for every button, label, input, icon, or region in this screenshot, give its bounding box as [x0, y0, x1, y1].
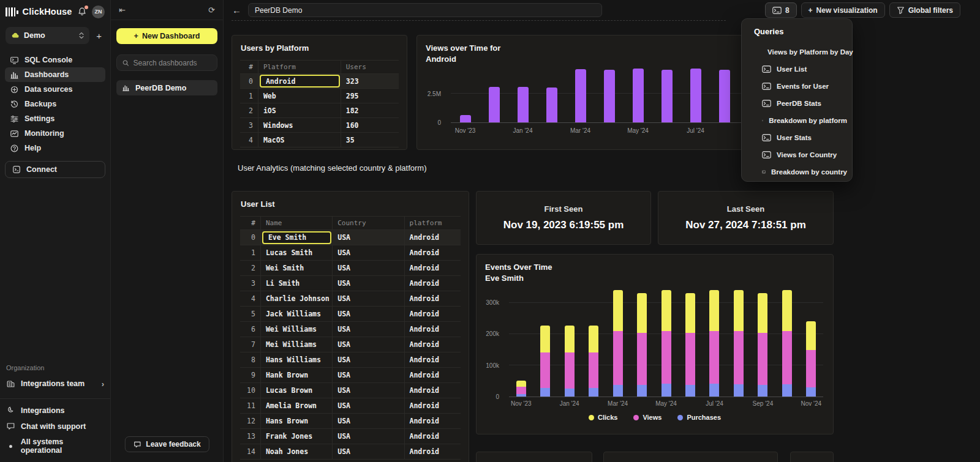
- table-cell[interactable]: USA: [333, 230, 404, 245]
- table-cell[interactable]: USA: [333, 398, 404, 413]
- table-cell[interactable]: Android: [405, 230, 461, 245]
- table-cell[interactable]: Jack Williams: [261, 307, 333, 321]
- table-row[interactable]: 3Li SmithUSAAndroid: [240, 276, 461, 291]
- table-cell[interactable]: 5: [240, 307, 261, 321]
- table-cell[interactable]: Windows: [258, 118, 341, 132]
- table-cell[interactable]: USA: [333, 444, 404, 459]
- sidebar-item-help[interactable]: Help: [5, 141, 105, 155]
- table-cell[interactable]: Android: [405, 307, 461, 321]
- table-cell[interactable]: 7: [240, 337, 261, 352]
- sidebar-item-sql-console[interactable]: SQL Console: [5, 53, 105, 67]
- legend-item[interactable]: Purchases: [677, 414, 721, 421]
- table-cell[interactable]: 0: [240, 74, 258, 88]
- table-row[interactable]: 0Android323: [240, 74, 399, 89]
- table-cell[interactable]: 3: [240, 118, 258, 132]
- table-cell[interactable]: Android: [405, 291, 461, 306]
- table-row[interactable]: 5Jack WilliamsUSAAndroid: [240, 307, 461, 322]
- table-row[interactable]: 6Wei WilliamsUSAAndroid: [240, 322, 461, 337]
- query-item[interactable]: Views for Country: [754, 146, 847, 163]
- query-item[interactable]: PeerDB Stats: [754, 95, 847, 112]
- table-cell[interactable]: USA: [333, 261, 404, 275]
- table-cell[interactable]: 323: [341, 74, 399, 88]
- sidebar-item-monitoring[interactable]: Monitoring: [5, 126, 105, 141]
- table-cell[interactable]: 2: [240, 261, 261, 275]
- query-item[interactable]: Views by Platform by Day: [754, 43, 847, 61]
- sidebar-item-chat-support[interactable]: Chat with support: [6, 422, 104, 431]
- table-cell[interactable]: USA: [333, 368, 404, 382]
- service-selector[interactable]: Demo: [6, 27, 89, 44]
- table-row[interactable]: 4Charlie JohnsonUSAAndroid: [240, 291, 461, 307]
- table-cell[interactable]: USA: [333, 383, 404, 398]
- dashboard-title-input[interactable]: [248, 3, 602, 17]
- table-row[interactable]: 8Hans WilliamsUSAAndroid: [240, 352, 461, 368]
- global-filters-button[interactable]: Global filters: [889, 2, 960, 18]
- connect-button[interactable]: Connect: [5, 161, 105, 178]
- table-cell[interactable]: USA: [333, 414, 404, 428]
- table-cell[interactable]: 4: [240, 291, 261, 306]
- sidebar-item-settings[interactable]: Settings: [5, 111, 105, 126]
- table-cell[interactable]: 6: [240, 322, 261, 337]
- leave-feedback-button[interactable]: Leave feedback: [124, 436, 209, 452]
- table-cell[interactable]: 3: [240, 276, 261, 291]
- table-cell[interactable]: 10: [240, 383, 261, 398]
- table-row[interactable]: 14Noah JonesUSAAndroid: [240, 444, 461, 460]
- table-cell[interactable]: Android: [405, 429, 461, 444]
- table-cell[interactable]: 12: [240, 414, 261, 428]
- legend-item[interactable]: Views: [633, 414, 662, 421]
- table-cell[interactable]: 182: [341, 103, 399, 117]
- table-cell[interactable]: 13: [240, 429, 261, 444]
- table-cell[interactable]: Lucas Smith: [261, 245, 333, 260]
- table-row[interactable]: 2iOS182: [240, 103, 399, 118]
- table-cell[interactable]: Android: [405, 398, 461, 413]
- table-cell[interactable]: Li Smith: [261, 276, 333, 291]
- table-cell[interactable]: 8: [240, 352, 261, 367]
- table-cell[interactable]: USA: [333, 429, 404, 444]
- table-row[interactable]: 3Windows160: [240, 118, 399, 133]
- table-cell[interactable]: Lucas Brown: [261, 383, 333, 398]
- table-cell[interactable]: USA: [333, 307, 404, 321]
- table-cell[interactable]: Android: [405, 337, 461, 352]
- table-cell[interactable]: 1: [240, 89, 258, 103]
- avatar[interactable]: ZN: [92, 6, 105, 18]
- table-cell[interactable]: Android: [405, 414, 461, 428]
- table-cell[interactable]: Android: [260, 75, 340, 88]
- table-cell[interactable]: 0: [240, 230, 261, 245]
- table-cell[interactable]: Amelia Brown: [261, 398, 333, 413]
- table-row[interactable]: 1Lucas SmithUSAAndroid: [240, 245, 461, 261]
- table-row[interactable]: 12Hans BrownUSAAndroid: [240, 414, 461, 429]
- table-cell[interactable]: Mei Williams: [261, 337, 333, 352]
- table-cell[interactable]: Hank Brown: [261, 368, 333, 382]
- table-row[interactable]: 1Web295: [240, 89, 399, 103]
- table-cell[interactable]: Charlie Johnson: [261, 291, 333, 306]
- table-cell[interactable]: Noah Jones: [261, 444, 333, 459]
- table-cell[interactable]: Android: [405, 383, 461, 398]
- table-cell[interactable]: 4: [240, 133, 258, 147]
- table-cell[interactable]: iOS: [258, 103, 341, 117]
- table-cell[interactable]: USA: [333, 322, 404, 337]
- query-item[interactable]: Breakdown by platform: [754, 112, 847, 129]
- table-cell[interactable]: Wei Smith: [261, 261, 333, 275]
- table-cell[interactable]: 160: [341, 118, 399, 132]
- new-dashboard-button[interactable]: + New Dashboard: [116, 28, 217, 44]
- table-row[interactable]: 13Frank JonesUSAAndroid: [240, 429, 461, 444]
- query-item[interactable]: User List: [754, 61, 847, 78]
- sidebar-item-data-sources[interactable]: Data sources: [5, 82, 105, 97]
- add-service-button[interactable]: +: [93, 31, 105, 41]
- table-row[interactable]: 10Lucas BrownUSAAndroid: [240, 383, 461, 398]
- query-item[interactable]: Events for User: [754, 78, 847, 95]
- notifications-bell-icon[interactable]: [77, 7, 88, 17]
- table-cell[interactable]: USA: [333, 337, 404, 352]
- back-arrow-icon[interactable]: ←: [232, 5, 241, 15]
- table-cell[interactable]: 35: [341, 133, 399, 147]
- table-cell[interactable]: USA: [333, 291, 404, 306]
- search-input[interactable]: [134, 59, 211, 67]
- table-cell[interactable]: Android: [405, 261, 461, 275]
- table-row[interactable]: 11Amelia BrownUSAAndroid: [240, 398, 461, 414]
- table-row[interactable]: 2Wei SmithUSAAndroid: [240, 261, 461, 276]
- dashboard-list-item[interactable]: PeerDB Demo: [116, 80, 217, 95]
- table-cell[interactable]: Hans Brown: [261, 414, 333, 428]
- legend-item[interactable]: Clicks: [589, 414, 617, 421]
- table-cell[interactable]: 14: [240, 444, 261, 459]
- table-cell[interactable]: Android: [405, 276, 461, 291]
- table-cell[interactable]: Android: [405, 368, 461, 382]
